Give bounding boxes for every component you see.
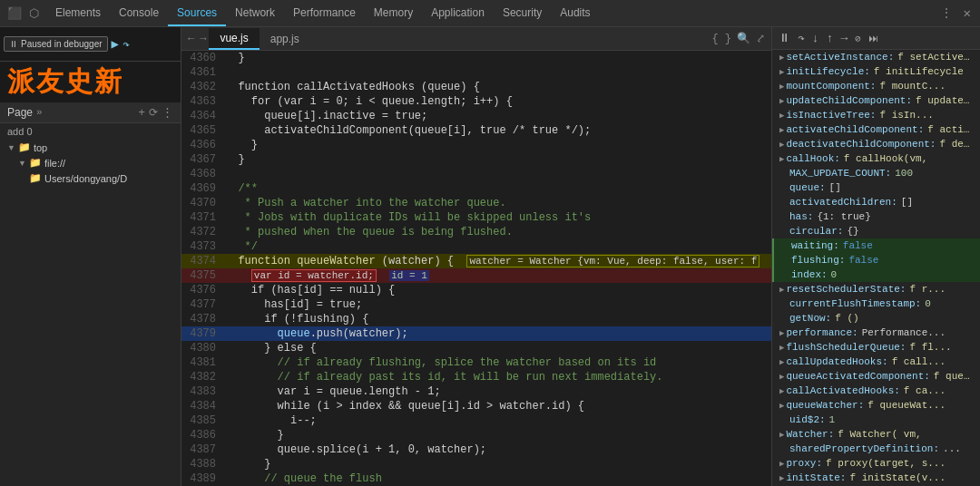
scope-item[interactable]: ▶updateChildComponent:f updateChildCompo… [772, 93, 980, 108]
line-number: 4388 [181, 457, 221, 471]
step-out-btn[interactable]: ↑ [824, 31, 837, 46]
add-source-icon[interactable]: + [138, 106, 145, 120]
sync-icon[interactable]: ⟳ [149, 106, 158, 120]
scope-item[interactable]: ▶mountComponent:f mountC... [772, 79, 980, 93]
scope-item[interactable]: ▶proxy:f proxy(target, s... [772, 456, 980, 471]
line-code: // if already past its id, it will be ru… [221, 370, 771, 384]
line-number: 4374 [181, 254, 221, 268]
scope-item[interactable]: index:0 [772, 267, 980, 282]
network-tab[interactable]: Network [226, 1, 284, 26]
performance-tab[interactable]: Performance [284, 1, 365, 26]
line-number: 4379 [181, 326, 221, 341]
elements-tab[interactable]: Elements [46, 1, 110, 26]
security-tab[interactable]: Security [494, 1, 551, 26]
scope-item[interactable]: getNow:f () [772, 311, 980, 326]
scope-item[interactable]: has:{1: true} [772, 209, 980, 224]
scope-item[interactable]: MAX_UPDATE_COUNT:100 [772, 166, 980, 180]
scope-item[interactable]: ▶callActivatedHooks:f ca... [772, 384, 980, 398]
more-pages-icon[interactable]: » [36, 107, 43, 118]
devtools-icon: ⬛ [4, 6, 25, 21]
scope-item[interactable]: waiting:false [772, 238, 980, 253]
scope-item[interactable]: ▶performance:Performance... [772, 326, 980, 340]
line-code: var i = queue.length - 1; [221, 384, 771, 399]
back-icon[interactable]: ← [185, 33, 197, 45]
line-code: if (has[id] == null) { [221, 283, 771, 297]
scope-item[interactable]: flushing:false [772, 253, 980, 267]
overflow-icon[interactable]: ⋮ [162, 105, 173, 120]
scope-item[interactable]: ▶flushSchedulerQueue:f fl... [772, 340, 980, 355]
line-number: 4361 [181, 65, 221, 80]
file-tab-appjs[interactable]: app.js [260, 29, 310, 49]
brand-text: 派友史新 [0, 62, 181, 102]
open-in-new-icon[interactable]: ⤤ [753, 32, 768, 45]
scope-item[interactable]: uid$2:1 [772, 413, 980, 427]
file-tab-vuejs[interactable]: vue.js [209, 28, 259, 50]
line-code: /** [221, 181, 771, 196]
line-number: 4370 [181, 196, 221, 210]
step-over-btn[interactable]: ↷ [795, 30, 808, 46]
line-code: queue[i].inactive = true; [221, 109, 771, 123]
scope-item[interactable]: ▶isInactiveTree:f isIn... [772, 108, 980, 122]
scope-item[interactable]: ▶callHook:f callHook(vm, [772, 151, 980, 166]
code-scroll[interactable]: 4360 }43614362 function callActivatedHoo… [181, 51, 771, 486]
audits-tab[interactable]: Audits [551, 1, 599, 26]
line-number: 4376 [181, 283, 221, 297]
line-code: i--; [221, 413, 771, 428]
forward-icon[interactable]: → [197, 33, 209, 45]
deactivate-bp-btn[interactable]: ⊘ [852, 32, 864, 45]
format-icon[interactable]: { } [709, 33, 734, 45]
tree-item-users[interactable]: 📁 Users/dongyang/D [0, 170, 181, 186]
memory-tab[interactable]: Memory [365, 1, 422, 26]
pause-btn[interactable]: ⏸ [776, 31, 793, 46]
scope-item[interactable]: ▶queueActivatedComponent:f queueActivate… [772, 369, 980, 384]
line-number: 4385 [181, 413, 221, 428]
scope-item[interactable]: sharedPropertyDefinition:... [772, 442, 980, 456]
close-devtools-icon[interactable]: ✕ [958, 5, 976, 21]
line-code: for (var i = 0; i < queue.length; i++) { [221, 94, 771, 109]
pause-indicator: ⏸ [9, 39, 18, 49]
step-btn[interactable]: → [838, 31, 850, 46]
line-code [221, 65, 771, 80]
scope-item[interactable]: ▶queueWatcher:f queueWat... [772, 398, 980, 413]
scope-item[interactable]: ▶initState:f initState(v... [772, 471, 980, 485]
scope-item[interactable]: ▶Watcher:f Watcher( vm, [772, 427, 980, 442]
line-number: 4372 [181, 225, 221, 239]
line-number: 4377 [181, 297, 221, 312]
scope-item[interactable]: activatedChildren:[] [772, 195, 980, 209]
line-number: 4382 [181, 370, 221, 384]
line-code: function queueWatcher (watcher) { watche… [221, 254, 771, 268]
application-tab[interactable]: Application [422, 1, 494, 26]
line-number: 4375 [181, 268, 221, 283]
scope-item[interactable]: ▶initLifecycle:f initLifecycle [772, 64, 980, 79]
console-tab[interactable]: Console [110, 1, 168, 26]
scope-item[interactable]: queue:[] [772, 180, 980, 195]
scope-item[interactable]: currentFlushTimestamp:0 [772, 296, 980, 311]
tree-label-top: top [34, 142, 47, 153]
scope-item[interactable]: ▶setActiveInstance:f setActiveInstance [772, 50, 980, 64]
line-code: * Push a watcher into the watcher queue. [221, 196, 771, 210]
tree-label-users: Users/dongyang/D [44, 173, 127, 184]
resume-icon[interactable]: ▶ [112, 36, 119, 52]
line-number: 4384 [181, 399, 221, 413]
scope-item[interactable]: ▶activateChildComponent:f activateChildC… [772, 122, 980, 137]
line-number: 4362 [181, 80, 221, 94]
step-into-btn[interactable]: ↓ [809, 31, 822, 46]
inspect-icon[interactable]: ⬡ [25, 6, 43, 21]
paused-badge: ⏸ Paused in debugger [4, 36, 108, 52]
scope-item[interactable]: ▶resetSchedulerState:f r... [772, 282, 980, 296]
dont-pause-exceptions-btn[interactable]: ⏭ [866, 32, 881, 45]
tree-item-file[interactable]: ▼ 📁 file:// [0, 155, 181, 170]
file-tree: ▼ 📁 top ▼ 📁 file:// 📁 Users/dongyang/D [0, 140, 181, 486]
tree-item-top[interactable]: ▼ 📁 top [0, 140, 181, 155]
line-code: activateChildComponent(queue[i], true /*… [221, 123, 771, 138]
search-in-file-icon[interactable]: 🔍 [734, 32, 753, 45]
scope-item[interactable]: ▶deactivateChildComponent:f deactivateC.… [772, 137, 980, 151]
sources-tab[interactable]: Sources [168, 1, 226, 26]
line-number: 4360 [181, 51, 221, 65]
line-code: queue.push(watcher); [221, 326, 771, 341]
more-options-icon[interactable]: ⋮ [935, 5, 958, 21]
scope-item[interactable]: circular:{} [772, 224, 980, 238]
step-over-icon[interactable]: ↷ [122, 37, 130, 52]
scope-item[interactable]: ▶callUpdatedHooks:f call... [772, 355, 980, 369]
line-code: // queue the flush [221, 471, 771, 486]
